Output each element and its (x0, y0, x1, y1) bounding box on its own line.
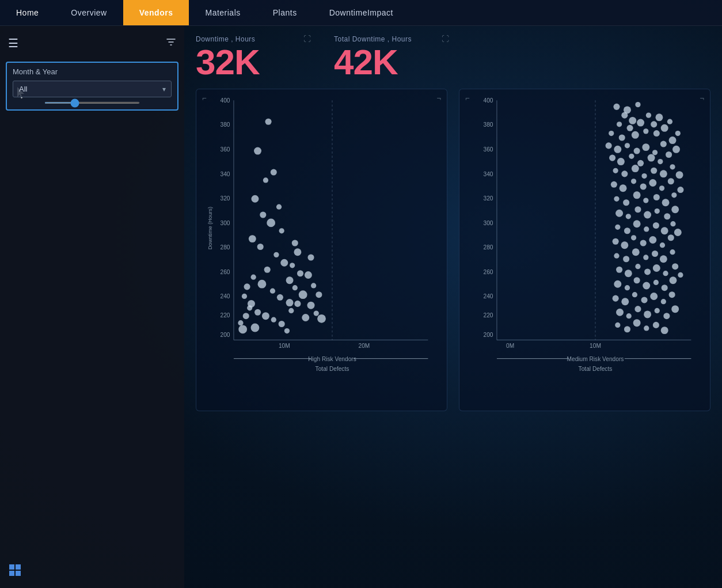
svg-point-57 (244, 283, 250, 290)
svg-point-153 (664, 213, 670, 219)
svg-point-102 (619, 134, 625, 141)
filter-select-wrapper: All 2023-01 2023-02 2023-03 ▾ (13, 81, 172, 97)
svg-point-121 (648, 154, 655, 162)
expand-icon-2[interactable]: ⛶ (442, 35, 450, 43)
svg-point-149 (626, 214, 631, 219)
svg-point-113 (652, 150, 658, 155)
svg-point-156 (624, 227, 630, 234)
kpi-total-downtime: Total Downtime , Hours ⛶ 42K (334, 35, 449, 80)
svg-point-51 (286, 276, 294, 284)
svg-point-174 (652, 251, 658, 257)
svg-point-116 (675, 131, 681, 136)
svg-text:280: 280 (484, 244, 493, 251)
svg-point-112 (642, 143, 649, 151)
filter-slider[interactable] (44, 102, 140, 104)
hamburger-icon[interactable]: ☰ (8, 36, 18, 50)
medium-risk-scatter-plot: 400 380 360 340 320 300 280 260 240 220 … (465, 95, 704, 377)
svg-point-169 (674, 229, 682, 236)
svg-point-36 (258, 280, 267, 289)
svg-point-96 (627, 125, 633, 131)
svg-point-45 (251, 324, 260, 332)
svg-point-31 (257, 244, 264, 250)
kpi-downtime-hours: Downtime , Hours ⛶ 32K (196, 35, 311, 80)
svg-point-46 (284, 328, 290, 333)
nav-home[interactable]: Home (0, 0, 55, 25)
svg-point-103 (632, 131, 639, 139)
svg-text:380: 380 (484, 122, 493, 128)
nav-overview[interactable]: Overview (55, 0, 123, 25)
month-year-select[interactable]: All 2023-01 2023-02 2023-03 (13, 81, 172, 97)
nav-vendors[interactable]: Vendors (123, 0, 189, 25)
svg-point-93 (621, 112, 628, 119)
svg-point-148 (615, 210, 623, 217)
svg-point-22 (254, 147, 261, 155)
filter-icon[interactable] (166, 37, 176, 50)
svg-point-186 (634, 277, 640, 283)
nav-plants[interactable]: Plants (257, 0, 313, 25)
svg-text:Total  Defects: Total Defects (579, 366, 613, 372)
svg-point-44 (279, 321, 285, 327)
svg-point-185 (625, 285, 630, 290)
chart-corner-tr-2[interactable]: ¬ (700, 94, 704, 103)
svg-point-178 (625, 270, 632, 277)
svg-text:220: 220 (484, 312, 493, 318)
kpi-total-value: 42K (334, 44, 449, 80)
svg-text:360: 360 (484, 146, 493, 153)
svg-text:200: 200 (484, 332, 493, 338)
svg-point-146 (671, 192, 677, 198)
windows-start-icon[interactable] (9, 564, 21, 579)
medium-risk-vendors-chart: ⌐ ¬ 400 380 360 340 320 300 280 260 240 … (459, 89, 710, 411)
svg-point-163 (621, 241, 628, 249)
high-risk-scatter-plot: 400 380 360 340 320 300 280 260 240 220 … (202, 95, 441, 377)
svg-point-193 (621, 298, 629, 305)
svg-point-27 (260, 211, 266, 218)
svg-point-201 (634, 306, 641, 312)
svg-text:320: 320 (484, 195, 493, 202)
chart-corner-tl-2[interactable]: ⌐ (465, 94, 470, 103)
svg-point-135 (640, 183, 647, 189)
svg-point-66 (316, 291, 322, 298)
nav-downtime-impact[interactable]: DowntimeImpact (313, 0, 409, 25)
svg-point-196 (650, 293, 658, 300)
svg-point-177 (616, 267, 622, 273)
svg-point-207 (624, 326, 630, 332)
chart-corner-tr-1[interactable]: ¬ (436, 94, 441, 103)
kpi-downtime-value: 32K (196, 44, 311, 80)
svg-point-25 (251, 195, 259, 203)
svg-text:260: 260 (484, 269, 493, 275)
svg-point-184 (614, 280, 621, 288)
svg-point-129 (651, 168, 657, 174)
svg-point-164 (631, 235, 636, 240)
svg-point-157 (633, 220, 641, 227)
svg-point-183 (672, 263, 678, 270)
svg-text:Downtime (Hours): Downtime (Hours) (207, 207, 213, 249)
svg-rect-1 (16, 564, 21, 570)
svg-point-37 (270, 289, 275, 294)
svg-point-108 (606, 142, 612, 149)
chart-corner-tl-1[interactable]: ⌐ (202, 94, 207, 103)
nav-materials[interactable]: Materials (189, 0, 256, 25)
svg-point-26 (276, 204, 282, 210)
svg-point-33 (280, 259, 288, 267)
svg-point-133 (620, 184, 627, 192)
svg-point-181 (653, 264, 660, 272)
svg-text:380: 380 (221, 122, 230, 128)
svg-text:240: 240 (484, 293, 493, 299)
svg-point-122 (658, 159, 663, 164)
svg-point-50 (297, 270, 303, 276)
svg-point-198 (669, 291, 675, 298)
svg-point-200 (626, 313, 632, 318)
svg-point-202 (644, 310, 651, 318)
svg-point-154 (671, 206, 679, 213)
svg-point-158 (644, 226, 649, 232)
svg-point-159 (653, 222, 659, 229)
svg-point-105 (653, 130, 660, 136)
svg-point-55 (288, 308, 294, 313)
svg-point-56 (302, 314, 309, 321)
expand-icon-1[interactable]: ⛶ (303, 35, 311, 43)
svg-point-203 (655, 308, 660, 313)
svg-point-63 (307, 254, 314, 260)
svg-text:10M: 10M (279, 343, 290, 349)
svg-point-160 (661, 227, 668, 234)
svg-text:400: 400 (221, 97, 230, 104)
